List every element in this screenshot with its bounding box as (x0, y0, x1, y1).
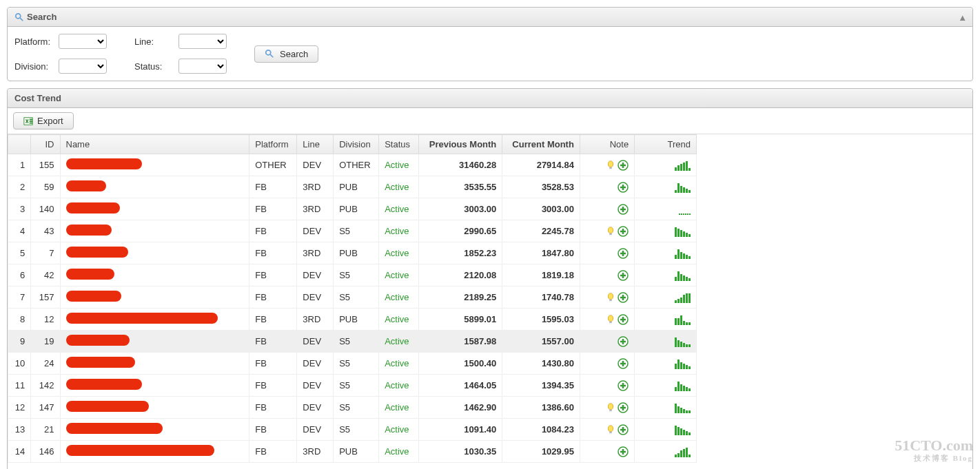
grid-scroll[interactable]: ID Name Platform Line Division Status Pr… (8, 134, 972, 469)
table-row[interactable]: 642FBDEVS5Active2120.081819.18 (8, 264, 697, 286)
cell-curr-month: 2245.78 (502, 220, 580, 242)
cell-note (580, 264, 634, 286)
lightbulb-icon[interactable] (606, 315, 615, 324)
table-row[interactable]: 57FB3RDPUBActive1852.231847.80 (8, 242, 697, 264)
svg-rect-9 (609, 167, 612, 169)
sparkline (675, 226, 691, 237)
search-button[interactable]: Search (254, 45, 318, 63)
cell-name (60, 154, 249, 176)
cell-prev-month: 3003.00 (419, 198, 502, 220)
table-row[interactable]: 3140FB3RDPUBActive3003.003003.00 (8, 198, 697, 220)
cell-id: 157 (31, 286, 60, 309)
status-active: Active (385, 380, 409, 390)
line-label: Line: (134, 37, 174, 47)
add-note-icon[interactable] (617, 248, 629, 259)
redacted-name (66, 225, 112, 236)
lightbulb-icon[interactable] (606, 293, 615, 302)
status-select[interactable] (178, 59, 227, 74)
col-id[interactable]: ID (31, 135, 60, 154)
line-select[interactable] (178, 34, 227, 49)
table-row[interactable]: 1024FBDEVS5Active1500.401430.80 (8, 353, 697, 375)
add-note-icon[interactable] (617, 358, 629, 369)
status-active: Active (385, 270, 409, 280)
redacted-name (66, 423, 163, 434)
add-note-icon[interactable] (617, 270, 629, 281)
add-note-icon[interactable] (617, 314, 629, 325)
sparkline (675, 160, 691, 171)
cell-trend (635, 242, 697, 264)
cell-rownum: 6 (8, 264, 31, 286)
lightbulb-icon[interactable] (606, 425, 615, 435)
table-row[interactable]: 14146FB3RDPUBActive1030.351029.95 (8, 441, 697, 463)
col-trend[interactable]: Trend (635, 135, 697, 154)
svg-point-27 (608, 404, 613, 410)
search-panel-header[interactable]: Search ▲ (8, 8, 972, 27)
svg-rect-7 (30, 122, 32, 123)
table-row[interactable]: 443FBDEVS5Active2990.652245.78 (8, 220, 697, 242)
add-note-icon[interactable] (617, 380, 629, 391)
col-platform[interactable]: Platform (249, 135, 297, 154)
col-rownum[interactable] (8, 135, 31, 154)
cell-id: 43 (31, 220, 60, 242)
add-note-icon[interactable] (617, 402, 629, 413)
svg-rect-19 (609, 299, 612, 301)
redacted-name (66, 291, 121, 302)
cell-note (580, 397, 634, 419)
lightbulb-icon[interactable] (606, 160, 615, 170)
add-note-icon[interactable] (617, 336, 629, 347)
col-note[interactable]: Note (580, 135, 634, 154)
table-row[interactable]: 259FB3RDPUBActive3535.553528.53 (8, 176, 697, 198)
add-note-icon[interactable] (617, 204, 629, 215)
cell-id: 7 (31, 242, 60, 264)
table-row[interactable]: 919FBDEVS5Active1587.981557.00 (8, 331, 697, 353)
table-row[interactable]: 812FB3RDPUBActive5899.011595.03 (8, 309, 697, 331)
lightbulb-icon[interactable] (606, 227, 615, 236)
cell-curr-month: 1084.23 (502, 419, 580, 441)
cell-curr-month: 3528.53 (502, 176, 580, 198)
table-header-row: ID Name Platform Line Division Status Pr… (8, 135, 697, 154)
cell-status: Active (379, 441, 419, 463)
cell-status: Active (379, 264, 419, 286)
col-line[interactable]: Line (297, 135, 334, 154)
svg-rect-6 (30, 121, 32, 122)
cell-name (60, 419, 249, 441)
cell-note (580, 309, 634, 331)
cell-status: Active (379, 419, 419, 441)
cell-platform: FB (249, 419, 297, 441)
add-note-icon[interactable] (617, 182, 629, 193)
sparkline (675, 314, 691, 325)
table-row[interactable]: 1321FBDEVS5Active1091.401084.23 (8, 419, 697, 441)
cell-rownum: 8 (8, 309, 31, 331)
cell-division: PUB (334, 242, 379, 264)
table-row[interactable]: 11142FBDEVS5Active1464.051394.35 (8, 375, 697, 397)
cell-division: S5 (334, 397, 379, 419)
cell-rownum: 3 (8, 198, 31, 220)
add-note-icon[interactable] (617, 226, 629, 237)
export-button[interactable]: Export (13, 112, 74, 129)
add-note-icon[interactable] (617, 446, 629, 457)
cell-status: Active (379, 154, 419, 176)
col-name[interactable]: Name (60, 135, 249, 154)
division-select[interactable] (59, 59, 107, 74)
cell-prev-month: 2990.65 (419, 220, 502, 242)
cell-name (60, 331, 249, 353)
col-division[interactable]: Division (334, 135, 379, 154)
lightbulb-icon[interactable] (606, 403, 615, 413)
cell-id: 146 (31, 441, 60, 463)
cell-platform: FB (249, 309, 297, 331)
col-status[interactable]: Status (379, 135, 419, 154)
status-label: Status: (134, 61, 174, 72)
table-row[interactable]: 12147FBDEVS5Active1462.901386.60 (8, 397, 697, 419)
svg-point-30 (608, 426, 613, 432)
collapse-icon[interactable]: ▲ (958, 12, 967, 22)
cell-status: Active (379, 309, 419, 331)
col-prev-month[interactable]: Previous Month (419, 135, 502, 154)
platform-select[interactable] (59, 34, 107, 49)
cell-trend (635, 397, 697, 419)
add-note-icon[interactable] (617, 292, 629, 303)
add-note-icon[interactable] (617, 160, 629, 171)
add-note-icon[interactable] (617, 424, 629, 435)
table-row[interactable]: 1155OTHERDEVOTHERActive31460.2827914.84 (8, 154, 697, 176)
table-row[interactable]: 7157FBDEVS5Active2189.251740.78 (8, 286, 697, 309)
col-curr-month[interactable]: Current Month (502, 135, 580, 154)
